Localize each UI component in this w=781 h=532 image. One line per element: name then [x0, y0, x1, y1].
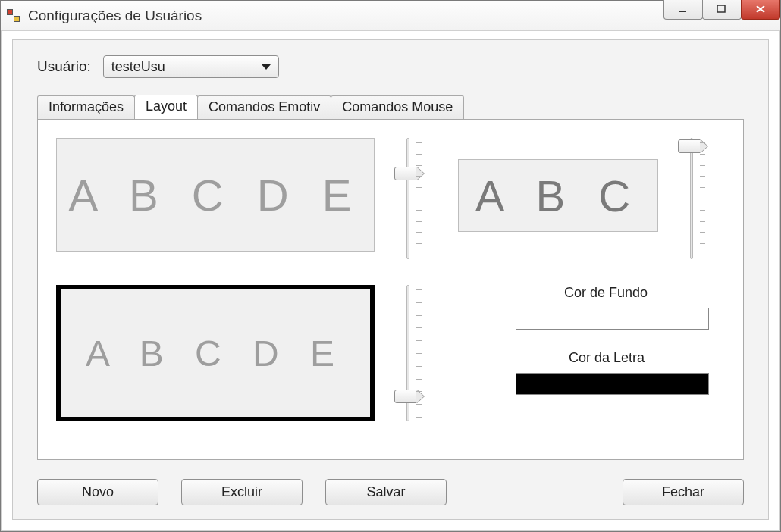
minimize-button[interactable]	[663, 0, 703, 20]
svg-rect-0	[679, 11, 686, 12]
font-size-slider-1[interactable]	[393, 138, 426, 259]
font-size-slider-3[interactable]	[393, 285, 426, 421]
preview-text: A B C	[475, 171, 641, 221]
fg-color-swatch[interactable]	[516, 373, 709, 395]
preview-text: A B C D E	[86, 333, 345, 374]
tab-label: Comandos Emotiv	[209, 99, 320, 114]
fg-color-label: Cor da Letra	[569, 350, 645, 366]
tab-page-layout: A B C D E A B C A B C D E	[37, 119, 744, 460]
font-preview-3: A B C D E	[56, 285, 375, 421]
titlebar: Configurações de Usuários	[1, 1, 780, 31]
window-controls	[664, 0, 780, 20]
svg-rect-1	[717, 5, 725, 12]
font-size-slider-2[interactable]	[676, 138, 710, 259]
client-area: Usuário: testeUsu Informações Layout Com…	[4, 33, 777, 528]
font-preview-1: A B C D E	[56, 138, 375, 252]
main-panel: Usuário: testeUsu Informações Layout Com…	[12, 39, 769, 520]
bg-color-swatch[interactable]	[516, 308, 709, 330]
maximize-button[interactable]	[702, 0, 742, 20]
close-icon	[754, 4, 767, 14]
tab-control: Informações Layout Comandos Emotiv Coman…	[37, 95, 744, 460]
maximize-icon	[715, 4, 729, 14]
app-icon	[7, 9, 20, 23]
button-label: Fechar	[662, 484, 704, 500]
tab-comandos-emotiv[interactable]: Comandos Emotiv	[197, 95, 331, 120]
preview-text: A B C D E	[68, 170, 362, 221]
tab-layout[interactable]: Layout	[134, 95, 198, 119]
user-combobox[interactable]: testeUsu	[103, 55, 279, 78]
bg-color-label: Cor de Fundo	[564, 285, 648, 301]
button-bar: Novo Excluir Salvar Fechar	[37, 479, 744, 505]
tab-label: Layout	[146, 99, 187, 114]
user-config-window: Configurações de Usuários Usuário: teste…	[0, 0, 781, 532]
excluir-button[interactable]: Excluir	[181, 479, 303, 505]
fechar-button[interactable]: Fechar	[623, 479, 744, 505]
button-label: Novo	[82, 484, 114, 500]
font-preview-2: A B C	[458, 159, 658, 232]
window-title: Configurações de Usuários	[28, 8, 202, 24]
user-label: Usuário:	[37, 58, 91, 75]
tab-label: Comandos Mouse	[342, 99, 453, 114]
chevron-down-icon	[262, 64, 271, 70]
button-label: Salvar	[366, 484, 405, 500]
tab-label: Informações	[49, 99, 124, 114]
minimize-icon	[676, 4, 690, 14]
tab-strip: Informações Layout Comandos Emotiv Coman…	[37, 95, 744, 119]
button-label: Excluir	[221, 484, 262, 500]
salvar-button[interactable]: Salvar	[325, 479, 447, 505]
user-combobox-value: testeUsu	[111, 59, 165, 75]
close-button[interactable]	[741, 0, 780, 20]
user-row: Usuário: testeUsu	[37, 55, 279, 78]
tab-informacoes[interactable]: Informações	[37, 95, 135, 120]
novo-button[interactable]: Novo	[37, 479, 158, 505]
tab-comandos-mouse[interactable]: Comandos Mouse	[331, 95, 464, 120]
